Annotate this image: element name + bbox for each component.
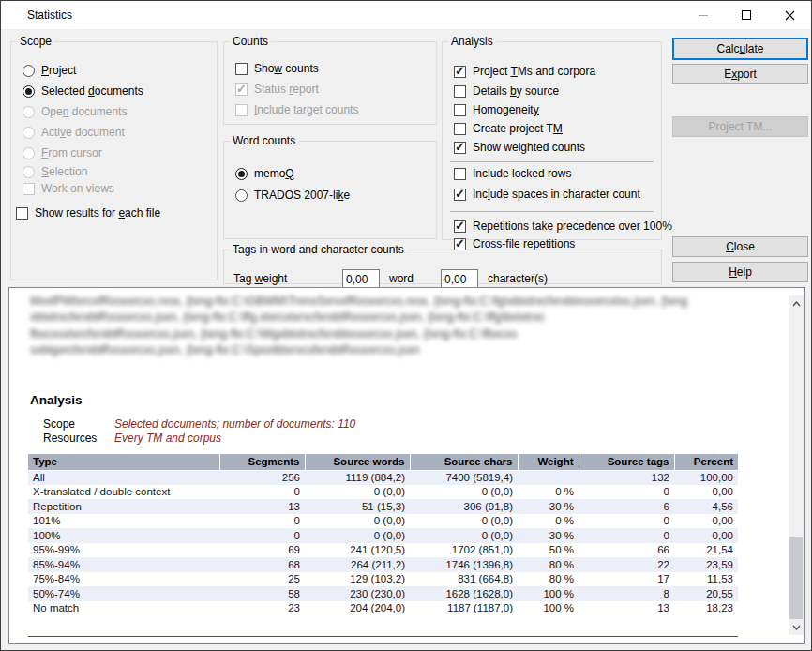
counts-group: Counts Show counts Status report Include… (223, 35, 437, 125)
table-cell: 0 % (518, 514, 579, 529)
table-cell: 306 (91,8) (410, 499, 518, 514)
table-cell: 0 (219, 485, 305, 500)
checkbox-create-project-tm[interactable]: Create project TM (454, 121, 563, 136)
checkbox-checked-icon (235, 83, 248, 96)
table-cell: 17 (579, 572, 674, 587)
tag-weight-character-input[interactable] (441, 269, 478, 289)
scope-group-label: Scope (17, 35, 54, 48)
table-cell: 0,00 (674, 514, 738, 529)
table-cell: 20,55 (674, 586, 738, 601)
tag-weight-word-input[interactable] (342, 269, 380, 289)
radio-label: TRADOS 2007-like (254, 188, 350, 203)
tags-group: Tags in word and character counts Tag we… (223, 243, 662, 284)
statistics-dialog: Statistics Scope Project Selected docume… (0, 0, 812, 651)
table-cell: 1187 (1187,0) (410, 601, 518, 616)
close-dialog-button[interactable]: Close (672, 236, 808, 257)
checkbox-checked-icon (454, 142, 466, 154)
radio-active-document: Active document (23, 125, 125, 140)
table-cell: 13 (579, 601, 674, 616)
maximize-button[interactable] (725, 1, 768, 29)
radio-selected-documents[interactable]: Selected documents (23, 83, 143, 98)
scroll-down-button[interactable] (789, 619, 804, 635)
scroll-up-button[interactable] (789, 295, 804, 311)
table-row: X-translated / double context00 (0,0)0 (… (28, 485, 738, 500)
checkbox-homogeneity[interactable]: Homogeneity (454, 102, 539, 117)
radio-memoq[interactable]: memoQ (235, 166, 294, 181)
vertical-scrollbar[interactable] (789, 295, 804, 635)
column-header: Segments (219, 454, 305, 470)
chevron-up-icon (792, 301, 801, 307)
radio-icon (235, 189, 248, 202)
checkbox-label: Repetitions take precedence over 100% (473, 219, 672, 234)
tags-group-label: Tags in word and character counts (230, 243, 407, 256)
close-button[interactable] (768, 1, 811, 29)
help-button[interactable]: Help (672, 262, 808, 282)
project-tm-button: Project TM... (672, 116, 808, 137)
report-divider (28, 636, 738, 637)
report-heading: Analysis (30, 393, 83, 407)
radio-project[interactable]: Project (23, 63, 76, 78)
radio-selected-icon (235, 168, 248, 180)
table-cell: 241 (120,5) (305, 543, 410, 558)
table-cell: 22 (579, 557, 674, 572)
table-cell: 23 (219, 601, 305, 616)
table-cell: 0,00 (674, 485, 738, 500)
scrollbar-thumb[interactable] (789, 537, 803, 619)
table-cell: 132 (579, 470, 674, 485)
checkbox-include-spaces-in-character-count[interactable]: Include spaces in character count (454, 187, 640, 202)
checkbox-details-by-source[interactable]: Details by source (454, 83, 559, 98)
checkbox-repetitions-take-precedence[interactable]: Repetitions take precedence over 100% (454, 219, 672, 234)
table-cell: 51 (15,3) (305, 499, 410, 514)
radio-from-cursor: From cursor (23, 145, 102, 160)
results-panel: MxxfPWtxrcxfRxsxxrcxs.rxsx, {txng-ftx:C:… (8, 287, 805, 644)
radio-icon (23, 166, 35, 178)
checkbox-include-locked-rows[interactable]: Include locked rows (454, 166, 571, 181)
table-cell: 30 % (518, 528, 579, 543)
table-cell: Repetition (28, 499, 219, 514)
checkbox-label: Homogeneity (473, 102, 539, 117)
checkbox-show-counts[interactable]: Show counts (235, 61, 319, 76)
checkbox-project-tms-and-corpora[interactable]: Project TMs and corpora (454, 64, 595, 79)
table-cell: 50%-74% (28, 586, 219, 601)
checkbox-show-results-for-each-file[interactable]: Show results for each file (16, 205, 160, 220)
checkbox-label: Details by source (473, 83, 559, 98)
radio-icon (23, 127, 35, 139)
checkbox-label: Create project TM (473, 121, 563, 136)
table-cell: 1702 (851,0) (410, 543, 518, 558)
checkbox-checked-icon (454, 66, 466, 78)
minimize-icon (699, 15, 708, 16)
table-cell (518, 470, 579, 485)
table-cell: 23,59 (674, 557, 738, 572)
table-cell: 30 % (518, 499, 579, 514)
checkbox-icon (454, 104, 466, 116)
blurred-text-block: MxxfPWtxrcxfRxsxxrcxs.rxsx, {txng-ftx:C:… (30, 294, 786, 359)
table-cell: 0 (0,0) (305, 485, 410, 500)
checkbox-show-weighted-counts[interactable]: Show weighted counts (454, 140, 585, 155)
radio-label: Selected documents (41, 83, 143, 98)
radio-label: Project (41, 63, 76, 78)
word-counts-group-label: Word counts (230, 134, 298, 147)
analysis-table: TypeSegmentsSource wordsSource charsWeig… (28, 454, 738, 615)
export-button[interactable]: Export (672, 64, 808, 84)
checkbox-label: Show weighted counts (473, 140, 585, 155)
close-icon (785, 10, 795, 21)
calculate-button[interactable]: Calculate (672, 38, 808, 60)
checkbox-checked-icon (454, 220, 466, 233)
checkbox-checked-icon (454, 189, 466, 201)
character-unit-label: character(s) (488, 269, 548, 289)
table-cell: 831 (664,8) (410, 572, 518, 587)
radio-icon (23, 106, 35, 118)
checkbox-work-on-views: Work on views (23, 181, 114, 196)
table-cell: 1119 (884,2) (305, 470, 410, 485)
checkbox-icon (23, 183, 35, 195)
table-cell: 11,53 (674, 572, 738, 587)
table-cell: 7400 (5819,4) (410, 470, 518, 485)
table-row: 100%00 (0,0)0 (0,0)30 %00,00 (28, 528, 738, 543)
radio-trados-2007-like[interactable]: TRADOS 2007-like (235, 188, 350, 203)
title-bar: Statistics (1, 1, 811, 29)
table-cell: 101% (28, 514, 219, 529)
separator (450, 211, 654, 212)
checkbox-label: Show counts (254, 61, 319, 76)
table-cell: 1628 (1628,0) (410, 586, 518, 601)
minimize-button[interactable] (682, 1, 725, 29)
